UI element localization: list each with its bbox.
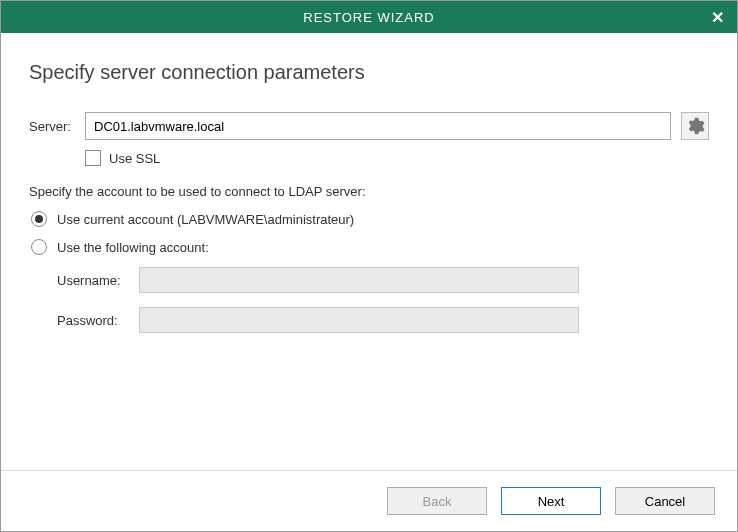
close-button[interactable]: ✕ bbox=[707, 7, 727, 27]
radio-current-account[interactable] bbox=[31, 211, 47, 227]
radio-other-account-row[interactable]: Use the following account: bbox=[31, 239, 709, 255]
radio-current-label: Use current account (LABVMWARE\administr… bbox=[57, 212, 354, 227]
back-button[interactable]: Back bbox=[387, 487, 487, 515]
server-settings-button[interactable] bbox=[681, 112, 709, 140]
titlebar: RESTORE WIZARD ✕ bbox=[1, 1, 737, 33]
password-label: Password: bbox=[57, 313, 139, 328]
close-icon: ✕ bbox=[711, 8, 724, 27]
ssl-checkbox[interactable] bbox=[85, 150, 101, 166]
gear-icon bbox=[685, 116, 705, 136]
server-input[interactable] bbox=[85, 112, 671, 140]
username-input[interactable] bbox=[139, 267, 579, 293]
next-button[interactable]: Next bbox=[501, 487, 601, 515]
username-label: Username: bbox=[57, 273, 139, 288]
ssl-label: Use SSL bbox=[109, 151, 160, 166]
account-instruction: Specify the account to be used to connec… bbox=[29, 184, 709, 199]
cancel-button[interactable]: Cancel bbox=[615, 487, 715, 515]
ssl-row: Use SSL bbox=[85, 150, 709, 166]
radio-other-label: Use the following account: bbox=[57, 240, 209, 255]
page-heading: Specify server connection parameters bbox=[29, 61, 709, 84]
window-title: RESTORE WIZARD bbox=[303, 10, 435, 25]
username-row: Username: bbox=[57, 267, 709, 293]
wizard-footer: Back Next Cancel bbox=[1, 470, 737, 531]
server-label: Server: bbox=[29, 119, 85, 134]
radio-current-account-row[interactable]: Use current account (LABVMWARE\administr… bbox=[31, 211, 709, 227]
restore-wizard-window: RESTORE WIZARD ✕ Specify server connecti… bbox=[0, 0, 738, 532]
password-input[interactable] bbox=[139, 307, 579, 333]
radio-other-account[interactable] bbox=[31, 239, 47, 255]
password-row: Password: bbox=[57, 307, 709, 333]
wizard-content: Specify server connection parameters Ser… bbox=[1, 33, 737, 470]
server-row: Server: bbox=[29, 112, 709, 140]
